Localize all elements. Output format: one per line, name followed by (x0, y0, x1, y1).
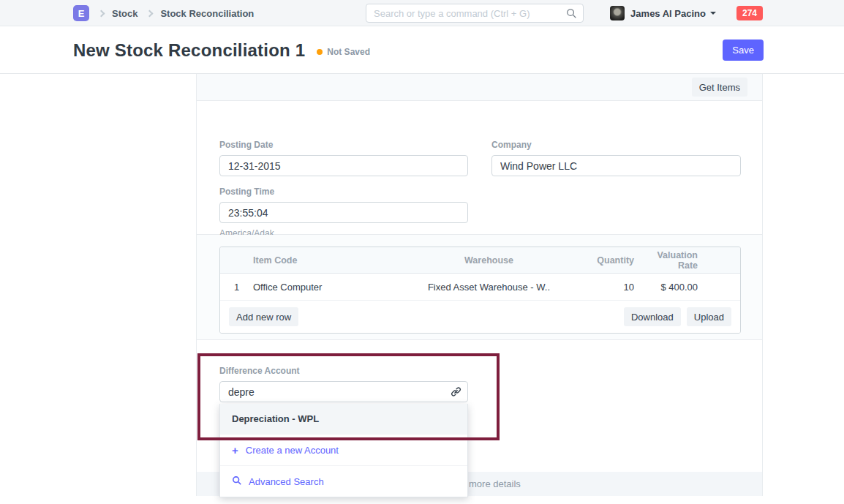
page-head: New Stock Reconciliation 1 Not Saved Sav… (0, 26, 844, 74)
chevron-right-icon (98, 10, 105, 17)
row-quantity[interactable]: 10 (579, 282, 637, 293)
difference-account-label: Difference Account (219, 366, 300, 376)
breadcrumb: E Stock Stock Reconciliation (73, 0, 254, 26)
company-label: Company (491, 140, 532, 150)
chevron-right-icon (146, 10, 154, 17)
items-section: Item Code Warehouse Quantity Valuation R… (197, 235, 762, 340)
company-input[interactable] (491, 155, 741, 176)
global-search (366, 4, 584, 23)
save-button[interactable]: Save (723, 40, 764, 61)
row-index: 1 (220, 282, 253, 293)
fields-section: Posting Date Company Posting Time Americ… (197, 101, 762, 235)
breadcrumb-stock-reconciliation[interactable]: Stock Reconciliation (160, 8, 254, 19)
breadcrumb-stock[interactable]: Stock (112, 8, 137, 19)
plus-icon: + (232, 445, 238, 456)
upload-button[interactable]: Upload (687, 307, 731, 326)
page-title: New Stock Reconciliation 1 (73, 40, 305, 61)
dropdown-option-depreciation[interactable]: Depreciation - WPL (220, 404, 467, 434)
user-menu[interactable]: James Al Pacino (630, 8, 706, 19)
advanced-search-action[interactable]: Advanced Search (220, 465, 467, 497)
app-logo[interactable]: E (73, 5, 89, 21)
col-item-code: Item Code (253, 255, 399, 266)
col-valuation-rate: Valuation Rate (637, 250, 740, 271)
notification-badge[interactable]: 274 (736, 6, 763, 20)
status-label: Not Saved (327, 47, 370, 57)
advanced-search-label: Advanced Search (249, 476, 324, 487)
posting-date-input[interactable] (219, 155, 468, 176)
add-new-row-button[interactable]: Add new row (229, 307, 298, 326)
navbar-right: James Al Pacino 274 (610, 0, 763, 26)
col-quantity: Quantity (579, 255, 637, 266)
form-layout: Get Items Posting Date Company Posting T… (196, 74, 763, 496)
table-row[interactable]: 1 Office Computer Fixed Asset Warehouse … (220, 274, 740, 301)
search-input[interactable] (366, 4, 583, 22)
create-new-account-action[interactable]: + Create a new Account (220, 434, 467, 465)
search-icon (232, 475, 242, 488)
user-avatar[interactable] (610, 6, 625, 20)
get-items-button[interactable]: Get Items (692, 78, 747, 97)
search-icon (566, 8, 577, 22)
navbar: E Stock Stock Reconciliation James Al Pa… (0, 0, 844, 26)
row-valuation-rate[interactable]: $ 400.00 (637, 282, 740, 293)
caret-down-icon (710, 12, 716, 15)
more-details-link[interactable]: more details (469, 478, 521, 489)
create-new-account-label: Create a new Account (246, 445, 339, 456)
col-warehouse: Warehouse (399, 255, 579, 266)
grid-header-row: Item Code Warehouse Quantity Valuation R… (220, 247, 740, 274)
not-saved-dot-icon (317, 49, 323, 55)
form-toolbar: Get Items (197, 74, 762, 101)
row-item-code[interactable]: Office Computer (253, 282, 399, 293)
status-indicator: Not Saved (317, 47, 370, 57)
download-button[interactable]: Download (624, 307, 681, 326)
grid-footer: Add new row Download Upload (220, 301, 740, 333)
posting-date-label: Posting Date (219, 140, 273, 150)
account-dropdown: Depreciation - WPL + Create a new Accoun… (219, 404, 468, 497)
difference-account-input[interactable] (219, 381, 468, 402)
row-warehouse[interactable]: Fixed Asset Warehouse - W.. (399, 282, 579, 293)
items-grid: Item Code Warehouse Quantity Valuation R… (219, 247, 741, 334)
posting-time-label: Posting Time (219, 187, 274, 197)
posting-time-input[interactable] (219, 202, 468, 223)
difference-account-field (219, 381, 468, 402)
